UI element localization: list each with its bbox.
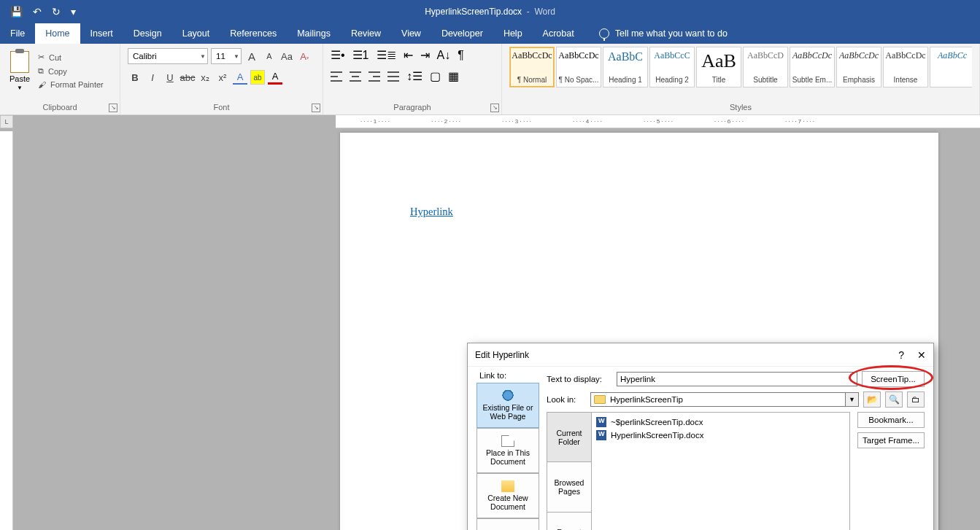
text-to-display-input[interactable] (617, 372, 857, 386)
style-subtle-em---[interactable]: AaBbCcDcSubtle Em... (790, 47, 835, 87)
word-icon (596, 430, 606, 440)
link-to-label: Link to: (477, 371, 539, 380)
subscript-button[interactable]: x₂ (198, 70, 212, 85)
copy-button[interactable]: Copy (38, 66, 104, 76)
paragraph-launcher[interactable]: ↘ (490, 104, 499, 112)
line-spacing-button[interactable]: ↕☰ (406, 69, 423, 83)
vertical-ruler[interactable] (0, 131, 13, 530)
tab-mailings[interactable]: Mailings (287, 23, 341, 44)
file-item[interactable]: HyperlinkScreenTip.docx (596, 429, 845, 442)
style---normal[interactable]: AaBbCcDc¶ Normal (509, 47, 555, 87)
undo-icon[interactable]: ↶ (33, 6, 42, 17)
style-[interactable]: AaBbCc (930, 47, 972, 87)
multilevel-button[interactable]: ☰≣ (377, 48, 396, 62)
bookmark-button[interactable]: Bookmark... (857, 412, 925, 428)
cut-button[interactable]: Cut (38, 52, 104, 62)
align-right-button[interactable] (369, 71, 380, 82)
tab-browsed-pages[interactable]: Browsed Pages (547, 462, 591, 512)
tell-me[interactable]: Tell me what you want to do (584, 23, 728, 44)
font-size-combo[interactable]: 11▼ (211, 48, 242, 64)
shrink-font-button[interactable]: A (262, 49, 277, 63)
chevron-down-icon: ▼ (234, 53, 239, 60)
clear-formatting-button[interactable]: Aᵩ (297, 49, 312, 63)
underline-button[interactable]: U (163, 70, 177, 85)
align-left-button[interactable] (331, 71, 342, 82)
paste-button[interactable]: Paste ▼ (4, 48, 35, 101)
redo-icon[interactable]: ↻ (52, 6, 61, 17)
tab-review[interactable]: Review (341, 23, 391, 44)
target-frame-button[interactable]: Target Frame... (857, 432, 925, 448)
paste-label: Paste (9, 74, 30, 83)
style-heading-2[interactable]: AaBbCcCHeading 2 (649, 47, 695, 87)
shading-button[interactable]: ▢ (430, 69, 441, 83)
hyperlink-text[interactable]: Hyperlink (410, 206, 453, 218)
highlight-button[interactable]: ab (250, 70, 265, 85)
look-in-dropdown[interactable]: ▼ (846, 392, 859, 407)
borders-button[interactable]: ▦ (448, 69, 459, 83)
scissors-icon (38, 52, 45, 62)
format-painter-button[interactable]: Format Painter (38, 80, 104, 89)
folder-icon (594, 395, 606, 404)
bullets-button[interactable]: ☰• (331, 48, 345, 62)
save-icon[interactable]: 💾 (10, 6, 23, 17)
tab-current-folder[interactable]: Current Folder (547, 413, 591, 462)
tab-developer[interactable]: Developer (431, 23, 493, 44)
customize-qat-icon[interactable]: ▾ (71, 6, 76, 17)
tab-home[interactable]: Home (35, 23, 80, 44)
look-in-combo[interactable]: HyperlinkScreenTip (590, 392, 846, 407)
italic-button[interactable]: I (145, 70, 160, 85)
link-to-new-label: Create New Document (479, 494, 537, 511)
font-launcher[interactable]: ↘ (312, 104, 320, 112)
strikethrough-button[interactable]: abc (180, 70, 195, 85)
clipboard-launcher[interactable]: ↘ (109, 104, 117, 112)
link-to-new-doc[interactable]: Create New Document (477, 473, 539, 518)
link-to-email[interactable]: E-mail Address (477, 518, 539, 530)
align-center-button[interactable] (350, 71, 361, 82)
copy-label: Copy (48, 67, 67, 76)
tab-view[interactable]: View (391, 23, 431, 44)
style-emphasis[interactable]: AaBbCcDcEmphasis (836, 47, 881, 87)
tab-acrobat[interactable]: Acrobat (533, 23, 584, 44)
link-to-existing-file[interactable]: Existing File or Web Page (477, 383, 539, 428)
style-heading-1[interactable]: AaBbCHeading 1 (603, 47, 648, 87)
window-title: HyperlinkScreenTip.docx - Word (425, 0, 555, 23)
group-styles: AaBbCcDc¶ NormalAaBbCcDc¶ No Spac...AaBb… (502, 44, 980, 114)
tab-references[interactable]: References (220, 23, 287, 44)
tab-file[interactable]: File (0, 23, 35, 44)
ruler-corner: L (0, 115, 13, 128)
superscript-button[interactable]: x² (215, 70, 230, 85)
grow-font-button[interactable]: A (244, 49, 259, 63)
tab-help[interactable]: Help (493, 23, 533, 44)
justify-button[interactable] (387, 71, 399, 82)
style---no-spac---[interactable]: AaBbCcDc¶ No Spac... (556, 47, 601, 87)
font-name-combo[interactable]: Calibri▼ (128, 48, 208, 64)
bold-button[interactable]: B (128, 70, 142, 85)
increase-indent-button[interactable]: ⇥ (420, 48, 430, 62)
style-title[interactable]: AaBTitle (696, 47, 741, 87)
tab-recent-files[interactable]: Recent Files (547, 513, 591, 530)
browse-web-button[interactable]: 🔍 (885, 391, 903, 408)
dialog-titlebar[interactable]: Edit Hyperlink ? ✕ (468, 343, 933, 367)
help-button[interactable]: ? (898, 349, 904, 361)
change-case-button[interactable]: Aa (279, 49, 294, 63)
numbering-button[interactable]: ☰1 (352, 48, 369, 62)
close-button[interactable]: ✕ (917, 349, 926, 361)
style-intense-[interactable]: AaBbCcDcIntense (883, 47, 928, 87)
tab-design[interactable]: Design (123, 23, 172, 44)
text-effects-button[interactable]: A (233, 70, 247, 85)
paste-icon (10, 51, 29, 73)
tab-insert[interactable]: Insert (80, 23, 123, 44)
style-subtitle[interactable]: AaBbCcDSubtitle (743, 47, 788, 87)
decrease-indent-button[interactable]: ⇤ (404, 48, 413, 62)
horizontal-ruler[interactable]: · · · · 1 · · · ·· · · · 2 · · · ·· · · … (336, 115, 980, 128)
file-list[interactable]: ~$perlinkScreenTip.docx HyperlinkScreenT… (592, 412, 850, 530)
up-folder-button[interactable]: 📂 (863, 391, 881, 408)
link-to-place-in-doc[interactable]: Place in This Document (477, 428, 539, 473)
show-marks-button[interactable]: ¶ (458, 49, 464, 62)
file-item[interactable]: ~$perlinkScreenTip.docx (596, 416, 845, 429)
screentip-button[interactable]: ScreenTip... (862, 371, 925, 387)
sort-button[interactable]: A↓ (437, 49, 451, 62)
font-color-button[interactable]: A (268, 70, 282, 85)
browse-file-button[interactable]: 🗀 (907, 391, 925, 408)
tab-layout[interactable]: Layout (172, 23, 220, 44)
